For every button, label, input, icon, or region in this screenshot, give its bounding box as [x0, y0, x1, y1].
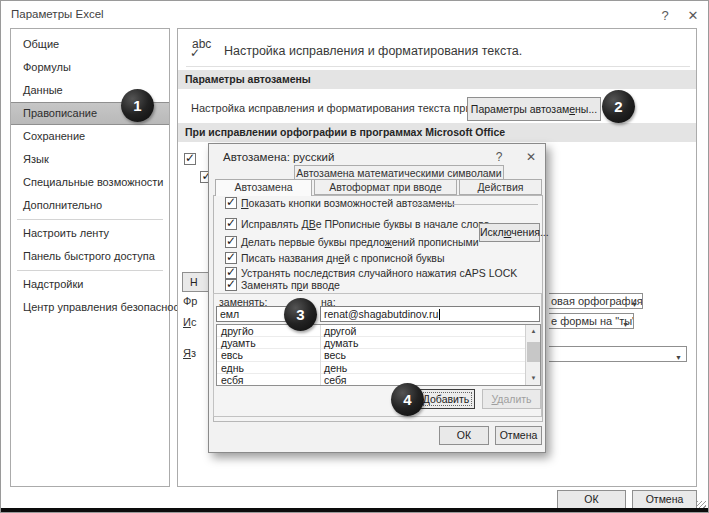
autocorrect-row-label: Настройка исправления и форматирования т… [191, 102, 508, 114]
checkbox-checked-icon[interactable] [225, 236, 237, 248]
french-modes-combo[interactable]: овая орфография ▼ [549, 293, 643, 309]
close-icon[interactable]: ✕ [682, 7, 704, 25]
tab-actions[interactable]: Действия [459, 179, 542, 195]
tab-autoformat-as-you-type[interactable]: Автоформат при вводе [314, 179, 457, 195]
replace-as-you-type-row: Заменять при вводе [225, 279, 344, 291]
excel-options-window: Параметры Excel ? ✕ Общие Формулы Данные… [0, 0, 709, 513]
dialog-title: Автозамена: русский [223, 151, 334, 163]
delete-button[interactable]: Удалить [482, 389, 541, 409]
scroll-down-icon[interactable]: ▼ [526, 372, 541, 385]
checkbox-label: Устранять последствия случайного нажатия… [241, 267, 517, 279]
step-badge-4: 4 [391, 383, 424, 416]
checkbox-checked-icon[interactable] [225, 252, 237, 264]
ok-button[interactable]: ОК [557, 490, 626, 509]
sidebar-item-quick-access-toolbar[interactable]: Панель быстрого доступа [11, 245, 169, 268]
page-heading: Настройка исправления и форматирования т… [224, 44, 522, 58]
sidebar-item-language[interactable]: Язык [11, 148, 169, 171]
list-item[interactable]: есбя себя [217, 374, 540, 386]
tab-math-autocorrect[interactable]: Автозамена математическими символами [294, 165, 504, 180]
help-icon[interactable]: ? [654, 7, 676, 25]
french-modes-label-fragment: Фр [183, 295, 197, 307]
checkbox-checked-icon[interactable] [184, 153, 196, 165]
with-input[interactable]: renat@shagabutdinov.ru [320, 306, 540, 322]
autocorrect-dialog: Автозамена: русский ? ✕ Автозамена матем… [208, 143, 546, 453]
dialog-help-icon[interactable]: ? [489, 149, 509, 165]
exceptions-button[interactable]: Исключения... [479, 223, 540, 242]
section-spelling-correction: При исправлении орфографии в программах … [178, 123, 696, 142]
checkbox-label: Делать первые буквы предложений прописны… [241, 236, 479, 248]
sidebar-divider [17, 270, 163, 271]
list-item[interactable]: дуамть думать [217, 337, 540, 349]
add-button[interactable]: Добавить [417, 389, 475, 409]
spanish-modes-combo[interactable]: е формы на "ты" ▼ [549, 313, 634, 329]
show-autocorrect-buttons-row: Показать кнопки возможностей автозамены [225, 197, 455, 209]
list-item[interactable]: евсь весь [217, 349, 540, 361]
checkbox-label: Писать названия дней с прописной буквы [241, 252, 444, 264]
sidebar-item-formulas[interactable]: Формулы [11, 56, 169, 79]
sidebar-item-addins[interactable]: Надстройки [11, 273, 169, 296]
replacement-list[interactable]: другйо другой дуамть думать евсь весь ед… [216, 324, 541, 386]
window-titlebar: Параметры Excel ? ✕ [1, 1, 708, 28]
chevron-down-icon: ▼ [631, 298, 638, 309]
sidebar-item-save[interactable]: Сохранение [11, 125, 169, 148]
divider [186, 66, 690, 67]
checkbox-checked-icon[interactable] [225, 218, 237, 230]
sidebar-item-trust-center[interactable]: Центр управления безопасностью [11, 296, 169, 319]
page-bottom-edge [1, 508, 708, 512]
custom-dictionaries-button-fragment[interactable]: Н [182, 272, 210, 292]
scroll-up-icon[interactable]: ▲ [526, 325, 541, 338]
checkbox-label: Показать кнопки возможностей автозамены [241, 197, 455, 209]
caps-lock-row: Устранять последствия случайного нажатия… [225, 267, 517, 279]
chevron-down-icon: ▼ [675, 351, 682, 362]
capitalize-first-letter-row: Делать первые буквы предложений прописны… [225, 236, 479, 248]
tab-autocorrect[interactable]: Автозамена [215, 179, 312, 196]
spanish-modes-label-fragment: Ис [183, 316, 196, 328]
sidebar-item-general[interactable]: Общие [11, 33, 169, 56]
dialog-cancel-button[interactable]: Отмена [495, 426, 542, 445]
sidebar-item-customize-ribbon[interactable]: Настроить ленту [11, 222, 169, 245]
dictionary-language-combo[interactable]: ▼ [549, 346, 687, 362]
checkbox-label: Исправлять ДВе ПРописные буквы в начале … [241, 218, 490, 230]
autocorrect-options-button[interactable]: Параметры автозамены... [467, 97, 601, 121]
list-item[interactable]: другйо другой [217, 325, 540, 337]
cancel-button[interactable]: Отмена [632, 490, 697, 509]
scrollbar-thumb[interactable] [527, 342, 540, 362]
checkbox-label: Заменять при вводе [241, 279, 340, 291]
vertical-scrollbar[interactable]: ▲ ▼ [525, 325, 540, 385]
spellcheck-abc-icon: abc ✓ [190, 37, 220, 61]
step-badge-2: 2 [602, 90, 635, 123]
section-autocorrect-options: Параметры автозамены [178, 70, 696, 89]
sidebar-divider [17, 219, 163, 220]
sidebar-item-advanced[interactable]: Дополнительно [11, 194, 169, 217]
sidebar-item-accessibility[interactable]: Специальные возможности [11, 171, 169, 194]
divider [412, 204, 538, 205]
chevron-down-icon: ▼ [622, 318, 629, 329]
dictionary-language-label-fragment: Яз [183, 347, 196, 359]
dialog-close-icon[interactable]: ✕ [521, 149, 541, 165]
list-item[interactable]: еднь день [217, 362, 540, 374]
correct-two-initial-capitals-row: Исправлять ДВе ПРописные буквы в начале … [225, 218, 490, 230]
capitalize-day-names-row: Писать названия дней с прописной буквы [225, 252, 444, 264]
checkbox-checked-icon[interactable] [225, 197, 237, 209]
step-badge-3: 3 [284, 298, 317, 331]
column-divider [320, 325, 321, 385]
window-title: Параметры Excel [11, 8, 104, 20]
text-caret [439, 309, 440, 320]
step-badge-1: 1 [121, 89, 154, 122]
checkbox-checked-icon[interactable] [225, 279, 237, 291]
dialog-ok-button[interactable]: ОК [439, 426, 489, 445]
